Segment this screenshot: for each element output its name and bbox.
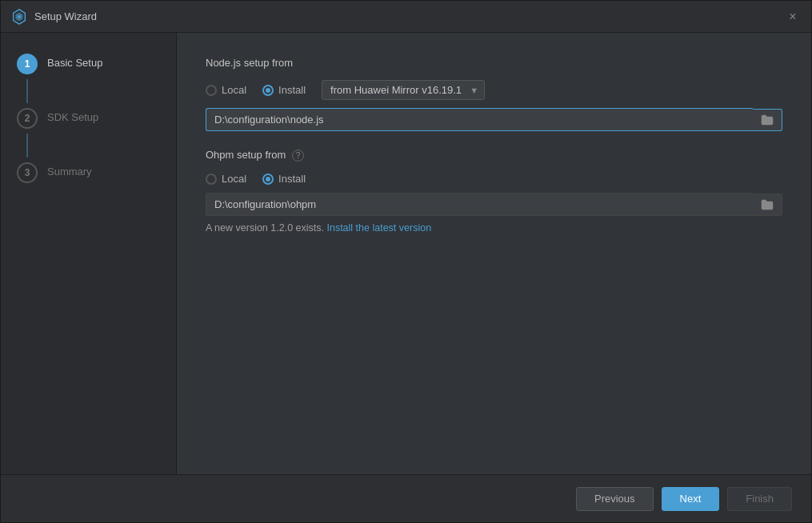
app-logo-icon bbox=[10, 8, 28, 26]
ohpm-local-radio[interactable] bbox=[206, 174, 217, 185]
ohpm-local-option[interactable]: Local bbox=[206, 173, 246, 185]
ohpm-path-row bbox=[206, 193, 782, 216]
step-1-number: 1 bbox=[17, 54, 38, 74]
nodejs-local-label: Local bbox=[222, 84, 246, 96]
nodejs-path-input[interactable] bbox=[206, 108, 753, 131]
folder-icon bbox=[761, 114, 774, 126]
nodejs-section-title: Node.js setup from bbox=[206, 57, 782, 69]
nodejs-path-row bbox=[206, 108, 782, 131]
step-2-label: SDK Setup bbox=[47, 108, 98, 123]
title-bar-left: Setup Wizard bbox=[10, 8, 97, 26]
step-1[interactable]: 1 Basic Setup bbox=[1, 49, 176, 79]
ohpm-help-icon[interactable]: ? bbox=[292, 150, 304, 162]
ohpm-install-radio[interactable] bbox=[262, 174, 274, 185]
finish-button[interactable]: Finish bbox=[727, 487, 792, 511]
setup-wizard-window: Setup Wizard × 1 Basic Setup 2 SDK Setup bbox=[0, 0, 812, 523]
svg-point-0 bbox=[18, 15, 21, 18]
nodejs-mirror-dropdown[interactable]: from Huawei Mirror v16.19.1 from Officia… bbox=[322, 80, 485, 100]
nodejs-install-option[interactable]: Install bbox=[262, 84, 306, 96]
nodejs-install-label: Install bbox=[278, 84, 306, 96]
ohpm-update-message: A new version 1.2.0 exists. Install the … bbox=[206, 222, 782, 234]
step-2-number: 2 bbox=[17, 108, 38, 129]
ohpm-section-title: Ohpm setup from ? bbox=[206, 149, 782, 162]
ohpm-update-link[interactable]: Install the latest version bbox=[326, 222, 431, 234]
step-1-label: Basic Setup bbox=[47, 54, 102, 69]
previous-button[interactable]: Previous bbox=[576, 487, 654, 511]
folder-icon bbox=[761, 199, 774, 210]
step-3-number: 3 bbox=[17, 162, 38, 183]
close-button[interactable]: × bbox=[784, 8, 802, 26]
next-button[interactable]: Next bbox=[662, 487, 720, 511]
nodejs-browse-button[interactable] bbox=[753, 109, 782, 131]
nodejs-source-row: Local Install from Huawei Mirror v16.19.… bbox=[206, 80, 782, 100]
window-title: Setup Wizard bbox=[34, 10, 97, 22]
ohpm-source-row: Local Install bbox=[206, 173, 782, 185]
nodejs-install-radio[interactable] bbox=[262, 85, 274, 96]
sidebar: 1 Basic Setup 2 SDK Setup 3 Summary bbox=[1, 33, 177, 474]
step-3-label: Summary bbox=[47, 162, 92, 178]
step-connector-2 bbox=[26, 134, 28, 158]
step-2[interactable]: 2 SDK Setup bbox=[1, 103, 176, 134]
nodejs-mirror-dropdown-wrapper: from Huawei Mirror v16.19.1 from Officia… bbox=[322, 80, 485, 100]
nodejs-local-radio[interactable] bbox=[206, 85, 217, 96]
title-bar: Setup Wizard × bbox=[1, 1, 811, 33]
ohpm-local-label: Local bbox=[222, 173, 246, 185]
ohpm-install-label: Install bbox=[278, 173, 306, 185]
ohpm-browse-button[interactable] bbox=[753, 194, 782, 216]
step-connector-1 bbox=[26, 79, 28, 103]
nodejs-local-option[interactable]: Local bbox=[206, 84, 246, 96]
content-area: 1 Basic Setup 2 SDK Setup 3 Summary bbox=[1, 33, 811, 474]
ohpm-install-option[interactable]: Install bbox=[262, 173, 306, 185]
main-panel: Node.js setup from Local Install from Hu… bbox=[177, 33, 811, 474]
footer: Previous Next Finish bbox=[1, 474, 811, 522]
ohpm-path-input[interactable] bbox=[206, 193, 753, 216]
step-3[interactable]: 3 Summary bbox=[1, 158, 176, 188]
